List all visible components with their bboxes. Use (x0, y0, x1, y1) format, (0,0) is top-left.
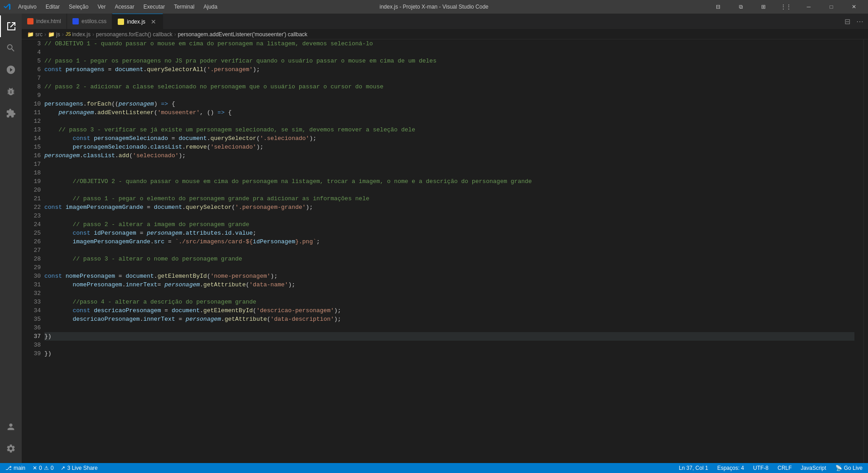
code-line-19: //OBJETIVO 2 - quando passar o mouse em … (44, 177, 854, 186)
status-language[interactable]: JavaScript (799, 463, 828, 473)
status-errors[interactable]: ✕ 0 ⚠ 0 (31, 463, 55, 473)
status-position[interactable]: Ln 37, Col 1 (677, 463, 710, 473)
folder-icon-2: 📁 (48, 31, 55, 38)
layout-button-2[interactable]: ⧉ (730, 0, 751, 14)
breadcrumb-src[interactable]: 📁 src (27, 31, 43, 38)
code-line-20 (44, 186, 854, 194)
minimap (863, 39, 868, 463)
status-bar-left: ⎇ main ✕ 0 ⚠ 0 ↗ 3 Live Share (4, 463, 100, 473)
code-line-3: // OBJETIVO 1 - quando passar o mouse em… (44, 39, 854, 48)
menu-ajuda[interactable]: Ajuda (200, 3, 221, 11)
code-line-25: const idPersonagem = personagem.attribut… (44, 229, 854, 237)
maximize-button[interactable]: □ (821, 0, 842, 14)
vscode-logo-icon (4, 3, 11, 10)
code-editor[interactable]: // OBJETIVO 1 - quando passar o mouse em… (44, 39, 863, 463)
menu-terminal[interactable]: Terminal (170, 3, 198, 11)
breadcrumb-js[interactable]: 📁 js (48, 31, 60, 38)
css-file-icon (72, 18, 79, 24)
minimize-button[interactable]: ─ (798, 0, 819, 14)
code-line-35: descricaoPresonagem.innerText = personag… (44, 315, 854, 323)
window-controls[interactable]: ⊟ ⧉ ⊞ ⋮⋮ ─ □ ✕ (708, 0, 864, 14)
more-actions-button[interactable]: ⋯ (854, 16, 865, 27)
code-line-11: personagem.addEventListener('mouseenter'… (44, 108, 854, 117)
encoding-label: UTF-8 (753, 465, 768, 471)
code-line-15: personagemSelecionado.classList.remove('… (44, 143, 854, 151)
tab-estilos-css[interactable]: estilos.css (67, 14, 112, 29)
liveshare-label: 3 Live Share (67, 465, 97, 471)
status-branch[interactable]: ⎇ main (4, 463, 27, 473)
close-button[interactable]: ✕ (844, 0, 864, 14)
code-line-21: // passo 1 - pegar o elemento do persona… (44, 194, 854, 203)
code-line-31: nomePresonagem.innerText= personagem.get… (44, 280, 854, 289)
menu-acessar[interactable]: Acessar (111, 3, 138, 11)
status-liveshare[interactable]: ↗ 3 Live Share (59, 463, 99, 473)
tab-bar: index.html estilos.css index.js ✕ ⊟ ⋯ (22, 14, 868, 29)
layout-button-3[interactable]: ⊞ (753, 0, 774, 14)
tab-close-button[interactable]: ✕ (150, 18, 157, 25)
breadcrumb-js-label: js (56, 31, 60, 38)
activity-git[interactable] (0, 59, 22, 81)
code-line-24: // passo 2 - alterar a imagem do persona… (44, 220, 854, 229)
code-line-12 (44, 117, 854, 125)
code-line-9 (44, 91, 854, 100)
tab-index-html[interactable]: index.html (22, 14, 67, 29)
activity-search[interactable] (0, 37, 22, 59)
breadcrumb-addeventlistener[interactable]: personagem.addEventListener('mouseenter'… (178, 31, 307, 38)
code-line-32 (44, 289, 854, 298)
code-line-16: personagem.classList.add('selecionado'); (44, 151, 854, 160)
code-line-13: // passo 3 - verificar se já existe um p… (44, 125, 854, 134)
activity-extensions[interactable] (0, 102, 22, 124)
breadcrumb-file[interactable]: JS index.js (66, 31, 91, 38)
tab-index-js[interactable]: index.js ✕ (112, 14, 163, 29)
layout-button[interactable]: ⊟ (708, 0, 729, 14)
code-line-6: const personagens = document.querySelect… (44, 65, 854, 74)
menu-executar[interactable]: Executar (140, 3, 168, 11)
status-spaces[interactable]: Espaços: 4 (715, 463, 746, 473)
tab-label-index-html: index.html (36, 18, 61, 24)
line-ending-label: CRLF (777, 465, 791, 471)
js-icon-bc: JS (66, 32, 71, 37)
menu-ver[interactable]: Ver (94, 3, 109, 11)
liveshare-icon: ↗ (61, 465, 65, 471)
breadcrumb: 📁 src › 📁 js › JS index.js › personagens… (22, 29, 868, 39)
golive-label: Go Live (844, 465, 863, 471)
code-line-26: imagemPersonagemGrande.src = `./src/imag… (44, 237, 854, 246)
code-line-28: // passo 3 - alterar o nome do personage… (44, 255, 854, 263)
position-label: Ln 37, Col 1 (679, 465, 708, 471)
menu-selecao[interactable]: Seleção (65, 3, 92, 11)
breadcrumb-sep-4: › (174, 31, 176, 38)
code-line-5: // passo 1 - pegar os personagens no JS … (44, 57, 854, 65)
menu-arquivo[interactable]: Arquivo (14, 3, 40, 11)
title-bar-left: Arquivo Editar Seleção Ver Acessar Execu… (4, 3, 221, 11)
code-line-18 (44, 169, 854, 177)
menu-bar[interactable]: Arquivo Editar Seleção Ver Acessar Execu… (14, 3, 221, 11)
code-line-33: //passo 4 - alterar a descrição do perso… (44, 298, 854, 306)
activity-settings[interactable] (0, 438, 22, 459)
status-line-ending[interactable]: CRLF (776, 463, 793, 473)
breadcrumb-sep-1: › (44, 31, 46, 38)
code-line-39: }) (44, 349, 854, 358)
breadcrumb-file-label: index.js (72, 31, 91, 38)
layout-button-4[interactable]: ⋮⋮ (776, 0, 796, 14)
code-line-30: const nomePresonagem = document.getEleme… (44, 272, 854, 280)
status-golive[interactable]: 📡 Go Live (834, 463, 864, 473)
menu-editar[interactable]: Editar (42, 3, 63, 11)
status-encoding[interactable]: UTF-8 (751, 463, 770, 473)
activity-account[interactable] (0, 416, 22, 438)
title-bar: Arquivo Editar Seleção Ver Acessar Execu… (0, 0, 868, 14)
tab-bar-actions: ⊟ ⋯ (839, 14, 868, 29)
code-line-17 (44, 160, 854, 169)
split-editor-button[interactable]: ⊟ (842, 16, 853, 27)
code-line-22: const imagemPersonagemGrande = document.… (44, 203, 854, 212)
activity-debug[interactable] (0, 81, 22, 102)
golive-icon: 📡 (835, 465, 842, 471)
tab-label-index-js: index.js (127, 19, 145, 25)
code-line-14: const personagemSelecionado = document.q… (44, 134, 854, 143)
activity-explorer[interactable] (0, 15, 22, 37)
breadcrumb-foreach[interactable]: personagens.forEach() callback (96, 31, 173, 38)
code-line-37: }) (44, 332, 854, 341)
code-line-27 (44, 246, 854, 255)
breadcrumb-addeventlistener-label: personagem.addEventListener('mouseenter'… (178, 31, 307, 38)
window-title: index.js - Projeto X-man - Visual Studio… (379, 4, 489, 10)
language-label: JavaScript (801, 465, 826, 471)
